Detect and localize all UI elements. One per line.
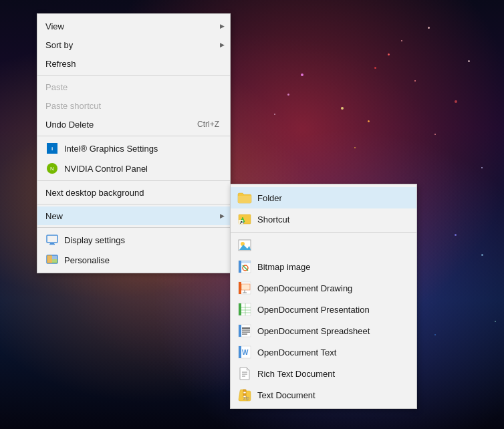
svg-rect-38 xyxy=(239,346,241,358)
menu-item-next-bg[interactable]: Next desktop background xyxy=(37,183,230,202)
menu-item-sort-by[interactable]: Sort by xyxy=(37,35,230,54)
od-text-icon xyxy=(237,323,252,338)
menu-item-display-settings[interactable]: Display settings xyxy=(37,230,230,250)
svg-rect-16 xyxy=(239,261,241,273)
submenu-item-od-drawing[interactable]: Bitmap image xyxy=(231,256,416,277)
separator-4 xyxy=(37,204,230,204)
separator-2 xyxy=(37,136,230,136)
svg-rect-0 xyxy=(47,235,57,243)
od-drawing-icon xyxy=(237,259,252,274)
compressed-icon: zip xyxy=(237,388,252,402)
svg-marker-41 xyxy=(247,368,249,370)
svg-text:zip: zip xyxy=(243,396,249,401)
submenu-item-bitmap[interactable] xyxy=(231,235,416,256)
menu-item-undo-delete[interactable]: Undo Delete Ctrl+Z xyxy=(37,115,230,134)
svg-rect-46 xyxy=(243,392,246,394)
menu-item-paste-shortcut[interactable]: Paste shortcut xyxy=(37,96,230,115)
menu-item-view[interactable]: View xyxy=(37,17,230,35)
submenu-item-text-doc[interactable]: Rich Text Document xyxy=(231,363,416,384)
rich-text-icon: W xyxy=(237,345,252,360)
submenu-item-folder[interactable]: Folder xyxy=(231,187,416,208)
menu-item-nvidia[interactable]: N NVIDIA Control Panel xyxy=(37,158,230,178)
separator-1 xyxy=(37,75,230,76)
submenu-item-shortcut[interactable]: ↗ Shortcut xyxy=(231,208,416,230)
folder-icon xyxy=(237,190,252,205)
text-doc-icon xyxy=(237,366,252,381)
svg-text:↗: ↗ xyxy=(239,221,243,225)
submenu-item-compressed[interactable]: zip Text Document xyxy=(231,384,416,406)
svg-rect-32 xyxy=(239,325,241,337)
personalise-icon xyxy=(45,253,59,267)
svg-rect-5 xyxy=(52,255,57,259)
context-menu-container: View Sort by Refresh Paste Paste shortcu… xyxy=(37,13,231,273)
menu-item-refresh[interactable]: Refresh xyxy=(37,54,230,73)
od-spreadsheet-icon xyxy=(237,302,252,317)
display-settings-icon xyxy=(45,233,59,247)
shortcut-icon: ↗ xyxy=(237,212,252,227)
submenu-item-od-spreadsheet[interactable]: OpenDocument Presentation xyxy=(231,299,416,320)
nvidia-icon: N xyxy=(45,162,59,175)
menu-item-paste[interactable]: Paste xyxy=(37,78,230,96)
context-menu: View Sort by Refresh Paste Paste shortcu… xyxy=(37,13,231,273)
submenu-item-rich-text[interactable]: W OpenDocument Text xyxy=(231,341,416,363)
separator-3 xyxy=(37,180,230,181)
menu-item-intel-graphics[interactable]: i Intel® Graphics Settings xyxy=(37,138,230,158)
svg-rect-6 xyxy=(52,259,57,263)
svg-rect-26 xyxy=(239,303,241,315)
od-presentation-icon xyxy=(237,281,252,295)
intel-icon: i xyxy=(45,142,59,155)
svg-rect-17 xyxy=(241,261,251,263)
submenu-item-od-presentation[interactable]: OpenDocument Drawing xyxy=(231,277,416,299)
svg-rect-21 xyxy=(239,282,241,294)
submenu-item-od-text[interactable]: OpenDocument Spreadsheet xyxy=(231,320,416,341)
separator-5 xyxy=(37,227,230,228)
svg-text:W: W xyxy=(242,349,249,356)
bitmap-icon xyxy=(237,238,252,253)
new-submenu: Folder ↗ Shortcut xyxy=(230,184,417,409)
svg-rect-22 xyxy=(241,284,250,290)
menu-item-new[interactable]: New xyxy=(37,206,230,225)
svg-rect-4 xyxy=(47,255,52,263)
submenu-separator-1 xyxy=(231,232,416,233)
svg-rect-45 xyxy=(243,390,246,392)
menu-item-personalise[interactable]: Personalise xyxy=(37,250,230,270)
